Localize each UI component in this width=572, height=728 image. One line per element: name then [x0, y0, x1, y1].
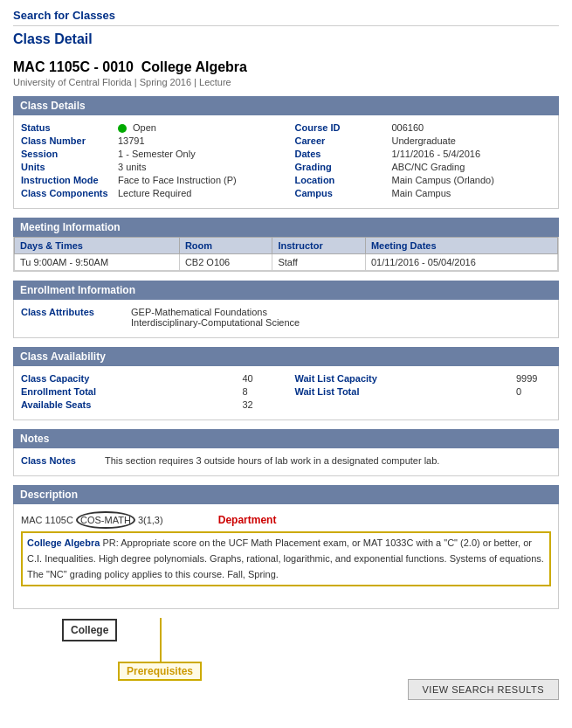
- location-label: Location: [295, 175, 387, 185]
- enrollment-body: Class Attributes GEP-Mathematical Founda…: [13, 300, 559, 338]
- col-days-times: Days & Times: [15, 238, 180, 254]
- status-dot: [118, 124, 127, 133]
- department-annotation: Department: [218, 514, 277, 526]
- dates-label: Dates: [295, 149, 387, 159]
- cos-math-annotation: COS-MATH: [76, 511, 135, 529]
- description-text-part1: MAC 1105C: [21, 515, 76, 525]
- career-value: Undergraduate: [392, 135, 456, 146]
- attributes-label: Class Attributes: [21, 307, 126, 317]
- description-text-part2: 3(1,3): [138, 515, 163, 525]
- capacity-label: Class Capacity: [21, 373, 89, 384]
- enrollment-header: Enrollment Information: [13, 281, 559, 300]
- waitlist-total-label: Wait List Total: [295, 386, 360, 397]
- career-label: Career: [295, 135, 387, 146]
- cell-room: CB2 O106: [179, 254, 272, 271]
- status-value: Open: [118, 122, 156, 133]
- enrollment-section: Enrollment Information Class Attributes …: [13, 281, 559, 338]
- location-value: Main Campus (Orlando): [392, 175, 494, 185]
- course-id-label: Course ID: [295, 122, 387, 133]
- meeting-info-section: Meeting Information Days & Times Room In…: [13, 218, 559, 272]
- grading-value: ABC/NC Grading: [392, 162, 465, 172]
- class-components-label: Class Components: [21, 188, 113, 198]
- course-id-value: 006160: [392, 122, 424, 133]
- enrollment-label: Enrollment Total: [21, 386, 96, 397]
- col-room: Room: [179, 238, 272, 254]
- course-code-name: MAC 1105C - 0010 College Algebra: [13, 59, 559, 75]
- dates-value: 1/11/2016 - 5/4/2016: [392, 149, 481, 159]
- campus-value: Main Campus: [392, 188, 451, 198]
- attributes-value: GEP-Mathematical Foundations Interdiscip…: [131, 307, 300, 328]
- waitlist-capacity-value: 9999: [516, 373, 551, 384]
- class-notes-value: This section requires 3 outside hours of…: [105, 455, 439, 466]
- meeting-table: Days & Times Room Instructor Meeting Dat…: [14, 237, 558, 271]
- enrollment-value: 8: [243, 386, 278, 397]
- class-number-value: 13791: [118, 135, 145, 146]
- class-number-label: Class Number: [21, 135, 113, 146]
- col-meeting-dates: Meeting Dates: [365, 238, 557, 254]
- prerequisites-annotation: Prerequisites: [118, 662, 202, 681]
- grading-label: Grading: [295, 162, 387, 172]
- description-section: Description MAC 1105C COS-MATH 3(1,3) De…: [13, 485, 559, 609]
- session-label: Session: [21, 149, 113, 159]
- description-body: MAC 1105C COS-MATH 3(1,3) Department Col…: [13, 504, 559, 609]
- cell-days-times: Tu 9:00AM - 9:50AM: [15, 254, 180, 271]
- table-row: Tu 9:00AM - 9:50AM CB2 O106 Staff 01/11/…: [15, 254, 558, 271]
- availability-section: Class Availability Class Capacity 40 Enr…: [13, 347, 559, 420]
- cell-instructor: Staff: [272, 254, 366, 271]
- status-label: Status: [21, 122, 113, 133]
- col-instructor: Instructor: [272, 238, 366, 254]
- class-details-section: Class Details Status Open Class Number 1…: [13, 96, 559, 209]
- cell-meeting-dates: 01/11/2016 - 05/04/2016: [365, 254, 557, 271]
- class-details-body: Status Open Class Number 13791 Session 1…: [13, 115, 559, 209]
- description-header: Description: [13, 485, 559, 504]
- instruction-mode-value: Face to Face Instruction (P): [118, 175, 237, 185]
- units-value: 3 units: [118, 162, 146, 172]
- instruction-mode-label: Instruction Mode: [21, 175, 113, 185]
- notes-header: Notes: [13, 429, 559, 448]
- seats-value: 32: [243, 399, 278, 410]
- seats-label: Available Seats: [21, 399, 91, 410]
- class-notes-label: Class Notes: [21, 455, 100, 466]
- capacity-value: 40: [243, 373, 278, 384]
- breadcrumb: Search for Classes: [13, 9, 559, 26]
- notes-section: Notes Class Notes This section requires …: [13, 429, 559, 476]
- course-subtitle: University of Central Florida | Spring 2…: [13, 77, 559, 87]
- campus-label: Campus: [295, 188, 387, 198]
- availability-header: Class Availability: [13, 347, 559, 366]
- page-title: Class Detail: [13, 31, 559, 47]
- waitlist-capacity-label: Wait List Capacity: [295, 373, 377, 384]
- meeting-info-body: Days & Times Room Instructor Meeting Dat…: [13, 237, 559, 272]
- description-prereq-text: College Algebra PR: Appropriate score on…: [27, 537, 544, 579]
- session-value: 1 - Semester Only: [118, 149, 196, 159]
- class-details-header: Class Details: [13, 96, 559, 115]
- availability-body: Class Capacity 40 Enrollment Total 8 Ava…: [13, 366, 559, 420]
- bottom-bar: View Search Results: [13, 679, 559, 700]
- units-label: Units: [21, 162, 113, 172]
- notes-body: Class Notes This section requires 3 outs…: [13, 448, 559, 476]
- prereq-line: [160, 618, 162, 666]
- waitlist-total-value: 0: [516, 386, 551, 397]
- class-components-value: Lecture Required: [118, 188, 191, 198]
- view-results-button[interactable]: View Search Results: [408, 679, 560, 700]
- meeting-info-header: Meeting Information: [13, 218, 559, 237]
